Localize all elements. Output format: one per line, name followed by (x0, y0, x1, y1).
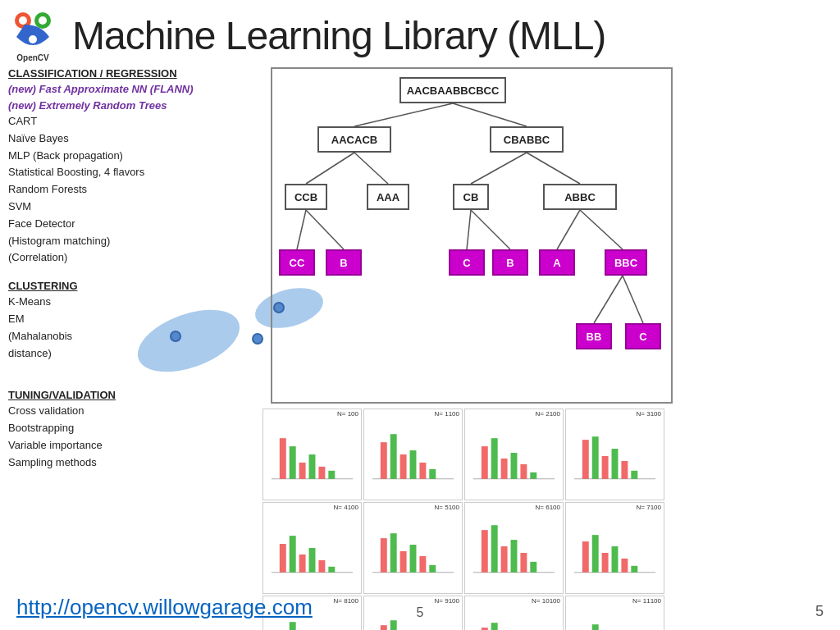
hist-label-2: N= 2100 (536, 410, 560, 418)
svg-rect-48 (280, 544, 286, 573)
hist-svg-3 (566, 409, 664, 500)
item-face-detector: Face Detector (8, 216, 262, 233)
hist-label-8: N= 8100 (334, 597, 358, 605)
node-b1: B (326, 249, 362, 276)
svg-rect-72 (612, 546, 619, 573)
svg-rect-67 (530, 562, 536, 573)
node-aacacb: AACACB (317, 126, 391, 153)
hist-svg-4 (263, 503, 361, 593)
svg-rect-22 (299, 463, 306, 479)
hist-svg-5 (364, 503, 462, 593)
svg-rect-83 (381, 625, 387, 630)
svg-rect-57 (400, 551, 407, 573)
tree-lines (272, 69, 671, 402)
item-mlp: MLP (Back propagation) (8, 148, 262, 165)
svg-rect-29 (400, 454, 407, 479)
node-cb: CB (453, 184, 489, 210)
clustering-illustration (94, 285, 262, 376)
svg-rect-45 (621, 461, 628, 479)
hist-cell-11: N= 11100 (565, 596, 664, 630)
svg-line-8 (354, 153, 388, 184)
svg-line-16 (580, 210, 623, 249)
svg-rect-71 (602, 553, 609, 573)
node-c1: C (449, 249, 485, 276)
svg-rect-20 (280, 438, 286, 479)
hist-label-5: N= 5100 (435, 504, 459, 511)
header: OpenCV Machine Learning Library (MLL) (0, 0, 840, 62)
svg-rect-50 (299, 555, 306, 573)
svg-line-10 (527, 153, 580, 184)
svg-rect-64 (501, 546, 508, 573)
hist-cell-7: N= 7100 (565, 502, 664, 594)
item-naive-bayes: Naïve Bayes (8, 130, 262, 148)
svg-rect-39 (530, 472, 536, 479)
item-correlation: (Correlation) (8, 249, 262, 267)
tree-diagram: AACBAABBCBCC AACACB CBABBC CCB AAA CB AB… (271, 67, 673, 404)
page-title: Machine Learning Library (MLL) (72, 13, 605, 58)
svg-rect-42 (592, 436, 599, 479)
node-aaa: AAA (367, 184, 409, 210)
svg-rect-98 (592, 624, 599, 630)
hist-label-11: N= 11100 (632, 597, 661, 605)
hist-label-4: N= 4100 (334, 504, 358, 511)
hist-svg-2 (465, 409, 563, 500)
svg-line-7 (306, 153, 354, 184)
svg-line-9 (471, 153, 527, 184)
hist-svg-1 (364, 409, 462, 500)
page-number-br: 5 (815, 603, 824, 620)
svg-rect-49 (290, 536, 296, 573)
svg-line-17 (594, 276, 623, 323)
svg-rect-34 (482, 446, 488, 479)
hist-cell-3: N= 3100 (565, 409, 664, 500)
hist-cell-5: N= 5100 (363, 502, 463, 594)
svg-rect-28 (390, 434, 397, 479)
node-abbc: ABBC (543, 184, 617, 210)
item-cart: CART (8, 113, 262, 130)
svg-rect-23 (309, 454, 316, 479)
footer-link[interactable]: http://opencv.willowgarage.com (16, 595, 313, 620)
hist-cell-10: N= 10100 (464, 596, 564, 630)
svg-rect-36 (501, 459, 508, 479)
hist-svg-6 (465, 503, 563, 593)
left-column: CLASSIFICATION / REGRESSION (new) Fast A… (8, 64, 262, 627)
svg-line-18 (623, 276, 643, 323)
node-cc: CC (279, 249, 315, 276)
svg-rect-35 (491, 438, 498, 479)
node-bb: BB (576, 323, 612, 349)
svg-rect-31 (419, 463, 426, 479)
svg-line-11 (297, 210, 306, 249)
item-em: EM (8, 311, 86, 328)
svg-rect-56 (390, 533, 397, 573)
hist-svg-0 (263, 409, 361, 500)
svg-rect-91 (491, 623, 498, 630)
svg-point-4 (29, 35, 37, 43)
svg-rect-25 (328, 471, 335, 479)
hist-label-3: N= 3100 (637, 410, 661, 418)
node-cbabbc: CBABBC (490, 126, 564, 153)
svg-rect-32 (429, 469, 436, 479)
item-mahalanobis: (Mahalanobis distance) (8, 328, 86, 363)
hist-cell-4: N= 4100 (262, 502, 362, 594)
svg-line-6 (453, 103, 527, 126)
svg-line-14 (471, 210, 510, 249)
svg-rect-44 (612, 449, 619, 479)
svg-rect-21 (290, 446, 296, 479)
item-bootstrapping: Bootstrapping (8, 420, 262, 437)
svg-line-13 (467, 210, 471, 249)
histogram-grid: N= 100 N= 1100 (262, 409, 664, 630)
logo-area: OpenCV (8, 8, 57, 62)
hist-cell-6: N= 6100 (464, 502, 564, 594)
svg-line-12 (306, 210, 344, 249)
svg-rect-77 (290, 622, 296, 630)
item-variable-importance: Variable importance (8, 437, 262, 454)
hist-cell-0: N= 100 (262, 409, 362, 500)
svg-rect-53 (328, 567, 335, 573)
item-flann: (new) Fast Approximate NN (FLANN) (8, 81, 262, 98)
svg-rect-69 (582, 541, 589, 573)
svg-rect-59 (419, 556, 426, 573)
hist-label-0: N= 100 (337, 410, 358, 418)
svg-rect-52 (318, 560, 325, 573)
svg-rect-55 (381, 538, 387, 573)
item-ert: (new) Extremely Random Trees (8, 98, 262, 114)
svg-rect-41 (582, 440, 589, 479)
